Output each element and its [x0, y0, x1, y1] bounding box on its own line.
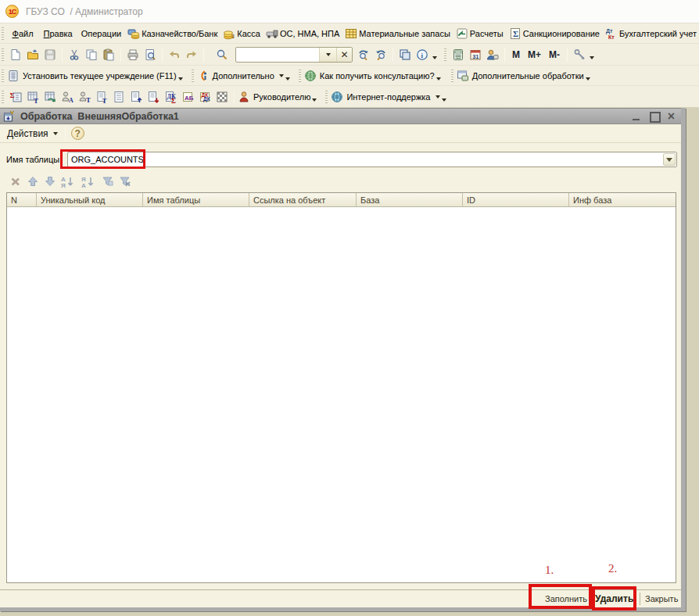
chevron-down-icon[interactable]: [178, 77, 183, 81]
actions-menu-button[interactable]: Действия: [4, 127, 61, 141]
toolbar-grip[interactable]: [325, 91, 328, 103]
search-clear-button[interactable]: ✕: [336, 48, 352, 62]
about-button[interactable]: i: [414, 46, 431, 63]
copy-button[interactable]: [83, 46, 100, 63]
chevron-down-icon[interactable]: [586, 77, 590, 81]
internet-support-button[interactable]: Интернет-поддержка: [331, 91, 439, 103]
help-button[interactable]: ?: [71, 127, 84, 140]
menu-treasury-bank[interactable]: Казначейство/Банк: [126, 26, 220, 41]
doc-sum-sigma-button[interactable]: ДК Σ: [162, 88, 179, 106]
calendar-button[interactable]: 31: [467, 46, 484, 63]
annotation-box-delete: [592, 586, 636, 611]
table-name-dropdown-button[interactable]: [663, 153, 676, 166]
menu-edit[interactable]: Правка: [41, 27, 74, 40]
menu-settlements[interactable]: Расчеты: [453, 26, 505, 41]
toolbar-grip[interactable]: [192, 70, 194, 82]
menu-inventory[interactable]: Материальные запасы: [343, 26, 453, 41]
doc-input-button[interactable]: T: [93, 88, 110, 106]
column-header-table-name[interactable]: Имя таблицы: [143, 193, 249, 206]
filter-button[interactable]: [100, 174, 116, 189]
filter-clear-button[interactable]: [117, 174, 133, 189]
calculator-button[interactable]: [450, 46, 467, 63]
redo-button[interactable]: [183, 46, 200, 63]
toolbar-grip[interactable]: [2, 91, 4, 103]
menu-operations[interactable]: Операции: [79, 27, 123, 40]
toolbar-grip[interactable]: [444, 48, 446, 61]
window-titlebar[interactable]: Обработка ВнешняяОбработка1 ×: [0, 108, 681, 124]
column-header-inf-base[interactable]: Инф база: [569, 193, 676, 206]
menu-accounting[interactable]: Дт Кт Бухгалтерский учет: [603, 26, 698, 41]
print-preview-button[interactable]: [142, 46, 159, 63]
save-button[interactable]: [41, 46, 59, 63]
user-monitor-button[interactable]: [484, 46, 501, 63]
toolbar-grip[interactable]: [2, 27, 4, 40]
close-window-button[interactable]: Закрыть: [645, 594, 678, 603]
new-document-button[interactable]: [7, 46, 24, 63]
move-up-button[interactable]: [25, 174, 41, 189]
window-title: Обработка ВнешняяОбработка1: [20, 111, 179, 122]
service-settings-button[interactable]: [571, 46, 588, 63]
table-input-button[interactable]: T: [24, 88, 41, 106]
checkerboard-button[interactable]: [213, 88, 231, 106]
doc-abc-button[interactable]: АБ: [179, 88, 196, 106]
memory-plus-button[interactable]: М+: [524, 49, 545, 60]
print-button[interactable]: [124, 46, 142, 63]
move-down-button[interactable]: [42, 174, 58, 189]
find-next-button[interactable]: [355, 46, 372, 63]
menu-fixed-assets[interactable]: ОС, НМА, НПА: [263, 26, 341, 41]
minimize-button[interactable]: [632, 111, 642, 121]
cut-button[interactable]: [66, 46, 83, 63]
chevron-down-icon[interactable]: [590, 56, 594, 59]
redo-icon: [185, 48, 198, 61]
search-dropdown-button[interactable]: [319, 48, 336, 62]
search-input[interactable]: [236, 48, 319, 61]
person-sort-button[interactable]: А: [59, 88, 76, 106]
toolbar-grip[interactable]: [299, 70, 301, 82]
find-previous-button[interactable]: [372, 46, 389, 63]
column-header-unique-code[interactable]: Уникальный код: [37, 193, 143, 206]
person-list-button[interactable]: T: [76, 88, 93, 106]
open-button[interactable]: [24, 46, 41, 63]
doc-dtkt-button[interactable]: ДК ДК: [196, 88, 213, 106]
additional-processing-button[interactable]: Дополнительные обработки: [457, 70, 584, 82]
table-body-empty[interactable]: [7, 207, 676, 583]
table-name-input[interactable]: [68, 153, 663, 166]
memory-minus-button[interactable]: М-: [545, 49, 564, 60]
toolbar-separator: [393, 48, 393, 62]
maximize-button[interactable]: [649, 111, 659, 121]
doc-move-up-button[interactable]: [127, 88, 145, 106]
doc-list-button[interactable]: [110, 88, 127, 106]
manager-button[interactable]: Руководителю: [238, 91, 310, 103]
table-sum-button[interactable]: Σ: [7, 88, 24, 106]
toolbar-grip[interactable]: [2, 70, 4, 82]
table-refresh-button[interactable]: [41, 88, 59, 106]
get-consultation-button[interactable]: Как получить консультацию?: [304, 70, 435, 82]
menu-authorization[interactable]: Σ Санкционирование: [507, 26, 601, 41]
chevron-down-icon[interactable]: [442, 98, 446, 102]
toolbar-grip[interactable]: [451, 70, 453, 82]
menu-cash[interactable]: 3 Касса: [221, 26, 263, 41]
chevron-down-icon[interactable]: [285, 77, 290, 81]
sort-descending-button[interactable]: Я А: [80, 174, 99, 189]
window-list-button[interactable]: [396, 46, 414, 63]
chevron-down-icon[interactable]: [436, 77, 441, 81]
chevron-down-icon[interactable]: [312, 98, 317, 102]
results-table[interactable]: N Уникальный код Имя таблицы Ссылка на о…: [6, 192, 676, 583]
chevron-down-icon[interactable]: [432, 56, 437, 59]
find-button[interactable]: [213, 46, 231, 63]
toolbar-grip[interactable]: [2, 48, 4, 61]
paste-button[interactable]: [100, 46, 117, 63]
delete-row-button[interactable]: [8, 174, 23, 189]
memory-button[interactable]: М: [508, 49, 524, 60]
doc-move-down-button[interactable]: [145, 88, 162, 106]
close-button[interactable]: ×: [666, 111, 676, 121]
additional-menu-button[interactable]: Дополнительно: [197, 70, 284, 82]
set-current-institution-button[interactable]: Установить текущее учреждение (F11): [7, 70, 177, 82]
menu-file[interactable]: Файл: [10, 27, 35, 40]
undo-button[interactable]: [166, 46, 183, 63]
column-header-n[interactable]: N: [7, 193, 37, 206]
sort-ascending-button[interactable]: А Я: [59, 174, 78, 189]
column-header-object-ref[interactable]: Ссылка на объект: [249, 193, 357, 206]
column-header-id[interactable]: ID: [463, 193, 569, 206]
column-header-base[interactable]: База: [357, 193, 463, 206]
